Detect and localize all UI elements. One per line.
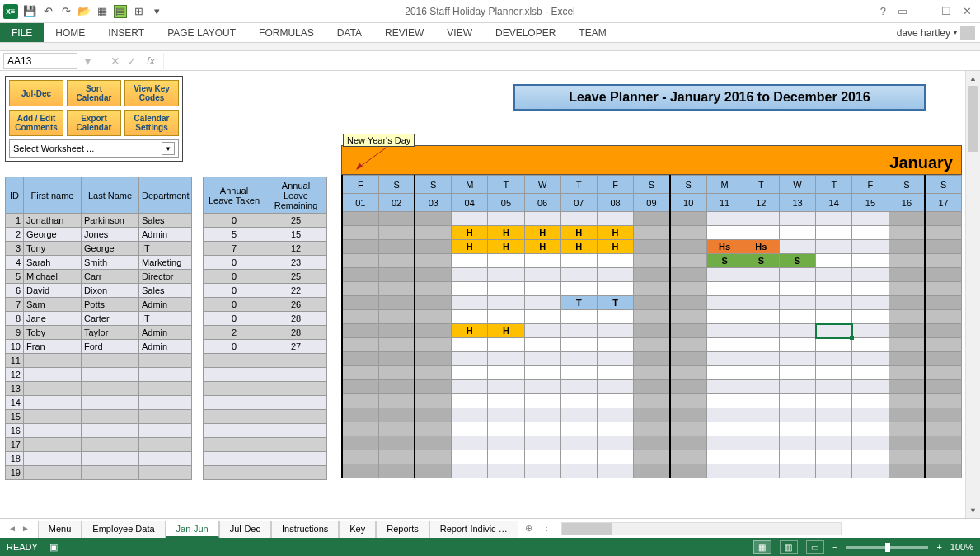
calendar-cell[interactable] <box>452 338 488 352</box>
calendar-cell[interactable] <box>816 464 852 478</box>
calendar-cell[interactable] <box>634 366 670 380</box>
calendar-cell[interactable] <box>378 408 415 422</box>
normal-view-icon[interactable]: ▦ <box>753 540 771 554</box>
table-row[interactable]: 023 <box>204 256 327 270</box>
calendar-cell[interactable] <box>670 268 706 282</box>
calendar-cell[interactable] <box>706 380 743 394</box>
tab-team[interactable]: TEAM <box>567 23 617 42</box>
calendar-row[interactable] <box>342 212 962 226</box>
calendar-cell[interactable] <box>670 464 706 478</box>
calendar-cell[interactable] <box>816 394 852 408</box>
calendar-cell[interactable] <box>706 366 743 380</box>
calendar-cell[interactable] <box>743 296 779 310</box>
calendar-cell[interactable] <box>852 282 889 296</box>
calendar-cell[interactable] <box>415 226 451 240</box>
calendar-cell[interactable] <box>925 324 961 338</box>
calendar-cell[interactable] <box>706 268 743 282</box>
calendar-cell[interactable] <box>852 394 889 408</box>
calendar-cell[interactable] <box>634 422 670 436</box>
scroll-thumb[interactable] <box>968 86 978 152</box>
calendar-cell[interactable] <box>378 436 415 450</box>
calendar-cell[interactable] <box>889 380 925 394</box>
page-layout-view-icon[interactable]: ▥ <box>780 540 798 554</box>
calendar-cell[interactable] <box>597 366 633 380</box>
calendar-cell[interactable] <box>597 254 633 268</box>
undo-icon[interactable]: ↶ <box>41 5 54 18</box>
calendar-cell[interactable] <box>524 394 560 408</box>
calendar-cell[interactable] <box>488 296 524 310</box>
ribbon-options-icon[interactable]: ▭ <box>898 5 907 17</box>
calendar-cell[interactable] <box>925 254 961 268</box>
calendar-cell[interactable] <box>634 408 670 422</box>
calendar-cell[interactable] <box>779 408 815 422</box>
table-row[interactable]: 14 <box>6 396 192 410</box>
sheet-tab[interactable]: Employee Data <box>82 521 165 538</box>
calendar-cell[interactable] <box>415 436 451 450</box>
calendar-cell[interactable] <box>488 408 524 422</box>
calendar-cell[interactable] <box>452 352 488 366</box>
calendar-cell[interactable] <box>743 324 779 338</box>
calendar-cell[interactable]: Hs <box>743 240 779 254</box>
calendar-cell[interactable] <box>342 338 378 352</box>
calendar-cell[interactable] <box>634 268 670 282</box>
calendar-cell[interactable] <box>889 212 925 226</box>
export-calendar-button[interactable]: Export Calendar <box>67 110 121 136</box>
scroll-down-icon[interactable]: ▼ <box>966 503 980 518</box>
calendar-cell[interactable] <box>415 394 451 408</box>
calendar-cell[interactable] <box>342 254 378 268</box>
calendar-cell[interactable] <box>816 254 852 268</box>
calendar-row[interactable] <box>342 394 962 408</box>
calendar-row[interactable] <box>342 380 962 394</box>
calendar-cell[interactable] <box>925 408 961 422</box>
sheet-nav-next-icon[interactable]: ► <box>20 524 31 533</box>
table-row[interactable]: 2GeorgeJonesAdmin <box>6 228 192 242</box>
calendar-cell[interactable] <box>524 282 560 296</box>
calendar-cell[interactable] <box>925 352 961 366</box>
calendar-cell[interactable] <box>706 310 743 324</box>
calendar-cell[interactable] <box>852 408 889 422</box>
table-row[interactable]: 13 <box>6 382 192 396</box>
calendar-cell[interactable]: H <box>452 240 488 254</box>
calendar-cell[interactable] <box>524 436 560 450</box>
calendar-cell[interactable] <box>925 450 961 464</box>
calendar-row[interactable] <box>342 366 962 380</box>
calendar-cell[interactable] <box>889 394 925 408</box>
table-row[interactable]: 18 <box>6 452 192 466</box>
calendar-cell[interactable] <box>378 310 415 324</box>
calendar-row[interactable]: TT <box>342 296 962 310</box>
calendar-cell[interactable] <box>452 310 488 324</box>
calendar-cell[interactable] <box>524 464 560 478</box>
calendar-cell[interactable] <box>415 366 451 380</box>
calendar-cell[interactable] <box>342 366 378 380</box>
calendar-cell[interactable] <box>488 422 524 436</box>
calendar-cell[interactable] <box>743 464 779 478</box>
calendar-cell[interactable] <box>524 268 560 282</box>
calendar-cell[interactable] <box>852 254 889 268</box>
calendar-cell[interactable] <box>597 464 633 478</box>
calendar-cell[interactable] <box>634 338 670 352</box>
table-row[interactable]: 8JaneCarterIT <box>6 312 192 326</box>
calendar-row[interactable]: HH <box>342 324 962 338</box>
sheet-tab[interactable]: Key <box>339 521 376 538</box>
calendar-cell[interactable] <box>852 422 889 436</box>
calendar-cell[interactable] <box>560 212 597 226</box>
calendar-cell[interactable] <box>816 310 852 324</box>
calendar-cell[interactable] <box>342 422 378 436</box>
page-break-view-icon[interactable]: ▭ <box>806 540 824 554</box>
calendar-cell[interactable] <box>889 310 925 324</box>
table-row[interactable]: 028 <box>204 312 327 326</box>
calendar-cell[interactable] <box>925 240 961 254</box>
calendar-cell[interactable] <box>743 366 779 380</box>
calendar-cell[interactable] <box>560 422 597 436</box>
table2-icon[interactable]: ⊞ <box>132 5 145 18</box>
calendar-cell[interactable] <box>706 422 743 436</box>
calendar-cell[interactable] <box>634 212 670 226</box>
table-row[interactable]: 6DavidDixonSales <box>6 284 192 298</box>
sheet-tab[interactable]: Menu <box>38 521 82 538</box>
calendar-cell[interactable] <box>488 394 524 408</box>
calendar-cell[interactable] <box>342 226 378 240</box>
calendar-cell[interactable] <box>378 422 415 436</box>
calendar-cell[interactable] <box>597 436 633 450</box>
calendar-cell[interactable] <box>670 450 706 464</box>
calendar-cell[interactable] <box>670 282 706 296</box>
